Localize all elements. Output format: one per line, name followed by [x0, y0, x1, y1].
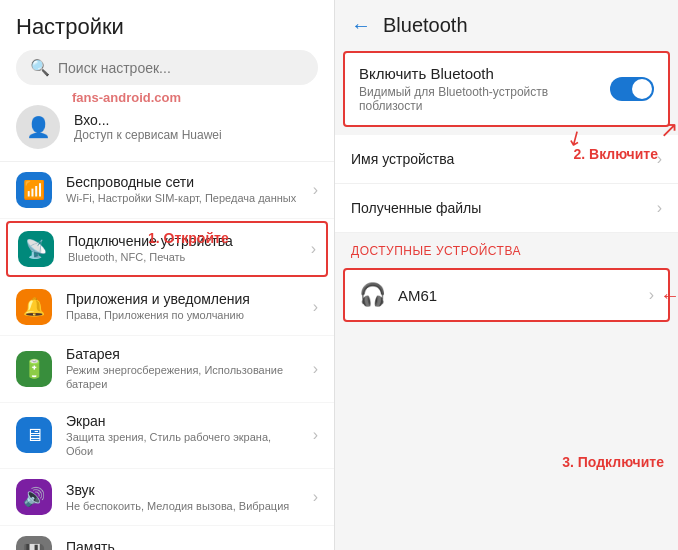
apps-text: Приложения и уведомления Права, Приложен… — [66, 291, 299, 322]
sound-title: Звук — [66, 482, 299, 498]
memory-text: Память Память, Очистка памяти — [66, 539, 299, 550]
settings-item-memory[interactable]: 💾 Память Память, Очистка памяти › — [0, 526, 334, 550]
memory-chevron: › — [313, 545, 318, 550]
search-input[interactable] — [58, 60, 304, 76]
settings-item-sound[interactable]: 🔊 Звук Не беспокоить, Мелодия вызова, Ви… — [0, 469, 334, 526]
apps-icon: 🔔 — [23, 296, 45, 318]
sound-icon-box: 🔊 — [16, 479, 52, 515]
battery-icon-box: 🔋 — [16, 351, 52, 387]
account-info: Вхо... Доступ к сервисам Huawei — [74, 112, 318, 142]
menu-item-received-files[interactable]: Полученные файлы › — [335, 184, 678, 233]
battery-title: Батарея — [66, 346, 299, 362]
device-sub: Bluetooth, NFC, Печать — [68, 250, 297, 264]
display-text: Экран Защита зрения, Стиль рабочего экра… — [66, 413, 299, 459]
menu-section: Имя устройства › Полученные файлы › — [335, 135, 678, 233]
available-devices-header: ДОСТУПНЫЕ УСТРОЙСТВА — [335, 234, 678, 264]
device-name-label: Имя устройства — [351, 151, 657, 167]
device-text: Подключение устройства Bluetooth, NFC, П… — [68, 233, 297, 264]
battery-chevron: › — [313, 360, 318, 378]
display-title: Экран — [66, 413, 299, 429]
search-icon: 🔍 — [30, 58, 50, 77]
settings-title: Настройки — [16, 14, 318, 40]
settings-item-device[interactable]: 📡 Подключение устройства Bluetooth, NFC,… — [6, 221, 328, 277]
device-am61[interactable]: 🎧 AM61 › ← — [343, 268, 670, 322]
device-chevron: › — [311, 240, 316, 258]
device-am61-name: AM61 — [398, 287, 637, 304]
memory-icon-box: 💾 — [16, 536, 52, 550]
settings-item-apps[interactable]: 🔔 Приложения и уведомления Права, Прилож… — [0, 279, 334, 336]
right-content: Включить Bluetooth Видимый для Bluetooth… — [335, 51, 678, 550]
left-header: Настройки 🔍 — [0, 0, 334, 93]
bt-toggle-sub: Видимый для Bluetooth-устройств поблизос… — [359, 85, 610, 113]
display-sub: Защита зрения, Стиль рабочего экрана, Об… — [66, 430, 299, 459]
display-icon: 🖥 — [25, 425, 43, 446]
received-files-label: Полученные файлы — [351, 200, 657, 216]
back-button[interactable]: ← — [351, 14, 371, 37]
battery-icon: 🔋 — [23, 358, 45, 380]
bluetooth-page-title: Bluetooth — [383, 14, 468, 37]
display-icon-box: 🖥 — [16, 417, 52, 453]
sound-chevron: › — [313, 488, 318, 506]
memory-icon: 💾 — [23, 543, 45, 550]
bluetooth-panel: ← Bluetooth Включить Bluetooth Видимый д… — [335, 0, 678, 550]
apps-icon-box: 🔔 — [16, 289, 52, 325]
settings-panel: Настройки 🔍 👤 Вхо... Доступ к сервисам H… — [0, 0, 335, 550]
battery-text: Батарея Режим энергосбережения, Использо… — [66, 346, 299, 392]
settings-list: 📶 Беспроводные сети Wi-Fi, Настройки SIM… — [0, 162, 334, 550]
account-name: Вхо... — [74, 112, 318, 128]
display-chevron: › — [313, 426, 318, 444]
watermark: fans-android.com — [72, 90, 181, 105]
device-arrow-icon: ← — [660, 284, 678, 307]
bt-toggle-row: Включить Bluetooth Видимый для Bluetooth… — [359, 65, 654, 113]
wireless-chevron: › — [313, 181, 318, 199]
settings-item-wireless[interactable]: 📶 Беспроводные сети Wi-Fi, Настройки SIM… — [0, 162, 334, 219]
received-files-chevron: › — [657, 199, 662, 217]
memory-title: Память — [66, 539, 299, 550]
wireless-icon-box: 📶 — [16, 172, 52, 208]
wifi-icon: 📶 — [23, 179, 45, 201]
sound-icon: 🔊 — [23, 486, 45, 508]
account-sub: Доступ к сервисам Huawei — [74, 128, 318, 142]
apps-chevron: › — [313, 298, 318, 316]
device-name-chevron: › — [657, 150, 662, 168]
bt-toggle-label: Включить Bluetooth — [359, 65, 610, 82]
sound-sub: Не беспокоить, Мелодия вызова, Вибрация — [66, 499, 299, 513]
apps-sub: Права, Приложения по умолчанию — [66, 308, 299, 322]
bt-toggle-text: Включить Bluetooth Видимый для Bluetooth… — [359, 65, 610, 113]
device-title: Подключение устройства — [68, 233, 297, 249]
open-arrow-icon: ← — [332, 236, 334, 262]
menu-item-device-name[interactable]: Имя устройства › — [335, 135, 678, 184]
settings-item-display[interactable]: 🖥 Экран Защита зрения, Стиль рабочего эк… — [0, 403, 334, 470]
bluetooth-toggle-switch[interactable] — [610, 77, 654, 101]
device-am61-chevron: › — [649, 286, 654, 304]
search-bar[interactable]: 🔍 — [16, 50, 318, 85]
headphone-icon: 🎧 — [359, 282, 386, 308]
sound-text: Звук Не беспокоить, Мелодия вызова, Вибр… — [66, 482, 299, 513]
right-header: ← Bluetooth — [335, 0, 678, 51]
device-connection-icon: 📡 — [25, 238, 47, 260]
bluetooth-toggle-section: Включить Bluetooth Видимый для Bluetooth… — [343, 51, 670, 127]
apps-title: Приложения и уведомления — [66, 291, 299, 307]
settings-item-battery[interactable]: 🔋 Батарея Режим энергосбережения, Исполь… — [0, 336, 334, 403]
wireless-text: Беспроводные сети Wi-Fi, Настройки SIM-к… — [66, 174, 299, 205]
annotation-connect-label: 3. Подключите — [562, 454, 664, 470]
wireless-title: Беспроводные сети — [66, 174, 299, 190]
wireless-sub: Wi-Fi, Настройки SIM-карт, Передача данн… — [66, 191, 299, 205]
device-icon-box: 📡 — [18, 231, 54, 267]
avatar: 👤 — [16, 105, 60, 149]
battery-sub: Режим энергосбережения, Использование ба… — [66, 363, 299, 392]
